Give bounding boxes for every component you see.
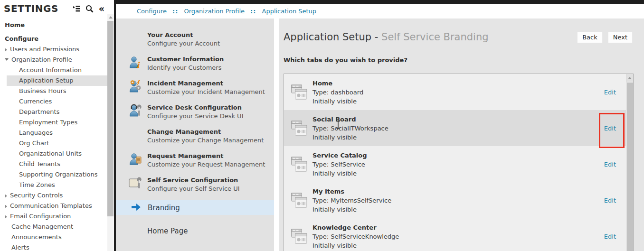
sidebar-item-languages[interactable]: Languages [0,128,108,138]
tabs-list-scrollbar[interactable] [626,74,633,251]
menu-item-change-management[interactable]: Change ManagementCustomize your Change M… [116,128,274,152]
sidebar-title: SETTINGS [4,3,58,14]
breadcrumb-separator: :: [172,8,178,15]
application-setup-page: SETTINGS « HomeConfigureUsers and Permis… [0,0,644,251]
expanded-arrow-icon[interactable] [5,58,9,61]
collapsed-arrow-icon[interactable] [5,48,7,52]
sidebar-item-account-information[interactable]: Account Information [0,65,108,75]
sidebar-item-time-zones[interactable]: Time Zones [0,180,108,190]
sidebar-item-label: Security Controls [10,192,63,199]
tab-windows-icon [290,192,309,209]
breadcrumb-link-application-setup[interactable]: Application Setup [262,8,317,15]
sidebar-item-label: Announcements [11,233,62,241]
tab-title: Knowledge Center [313,223,399,232]
svg-text:i: i [136,60,140,69]
tab-visibility: Initially visible [313,169,367,178]
collapsed-arrow-icon[interactable] [5,194,7,198]
menu-item-customer-information[interactable]: iCustomer InformationIdentify your Custo… [116,55,274,79]
tab-title: Social Board [313,115,388,124]
sidebar-item-supporting-organizations[interactable]: Supporting Organizations [0,169,108,180]
collapsed-arrow-icon[interactable] [5,205,7,208]
menu-item-your-account[interactable]: Your AccountConfigure your Account [116,31,274,55]
sidebar-item-home[interactable]: Home [0,19,114,30]
edit-link-knowledge-center[interactable]: Edit [604,233,616,240]
sidebar-item-label: Business Hours [19,87,66,94]
collapsed-arrow-icon[interactable] [5,215,7,219]
tab-rows: HomeType: dashboardInitially visibleEdit… [284,74,633,251]
sidebar-item-label: Configure [5,35,38,42]
sidebar-item-organization-profile[interactable]: Organization Profile [0,55,114,65]
sidebar-item-org-chart[interactable]: Org Chart [0,138,108,149]
sidebar-item-configure[interactable]: Configure [0,33,114,44]
collapse-sidebar-icon[interactable]: « [99,5,104,12]
setup-menu-items: Your AccountConfigure your AccountiCusto… [116,31,274,200]
edit-link-home[interactable]: Edit [604,89,616,96]
sidebar-item-label: Org Chart [19,139,49,147]
menu-item-branding[interactable]: Branding [116,200,274,215]
sidebar-item-label: Languages [19,129,53,136]
next-button[interactable]: Next [608,32,633,43]
tree-view-icon[interactable] [73,6,80,12]
sidebar-header-icons: « [73,5,104,13]
service-desk-configuration-icon [129,104,142,117]
sidebar-item-organizational-units[interactable]: Organizational Units [0,149,108,159]
sidebar-item-label: Email Configuration [10,213,71,220]
setup-menu-panel: Your AccountConfigure your AccountiCusto… [116,19,274,251]
sidebar-item-email-configuration[interactable]: Email Configuration [0,211,114,222]
sidebar-item-label: Time Zones [19,181,55,188]
menu-item-incident-management[interactable]: Incident ManagementCustomize your Incide… [116,79,274,103]
menu-item-home-page[interactable]: Home Page [147,227,274,235]
menu-item-subtitle: Customize your Change Management [147,136,274,145]
edit-link-my-items[interactable]: Edit [604,197,616,204]
breadcrumb-link-organization-profile[interactable]: Organization Profile [184,8,245,15]
customer-information-icon: i [129,56,142,69]
sidebar-item-alerts[interactable]: Alerts [0,242,114,251]
scroll-up-arrow-icon[interactable] [626,74,633,82]
settings-sidebar: SETTINGS « HomeConfigureUsers and Permis… [0,0,114,251]
menu-item-subtitle: Customize your Incident Management [147,88,274,96]
sidebar-item-currencies[interactable]: Currencies [0,96,108,107]
sidebar-item-label: Application Setup [19,77,74,84]
breadcrumb-link-configure[interactable]: Configure [137,8,167,15]
sidebar-item-employment-types[interactable]: Employment Types [0,117,108,128]
sidebar-item-business-hours[interactable]: Business Hours [0,86,108,96]
sidebar-item-communication-templates[interactable]: Communication Templates [0,201,114,211]
tab-windows-icon [290,156,309,173]
tabs-scrollbar-thumb[interactable] [627,83,633,251]
tab-row-service-catalog[interactable]: Service CatalogType: SelfServiceInitiall… [284,146,633,182]
sidebar-item-label: Organizational Units [19,150,82,157]
menu-item-self-service-configuration[interactable]: Self Service ConfigurationConfigure your… [116,176,274,200]
sidebar-item-announcements[interactable]: Announcements [0,232,114,242]
edit-link-service-catalog[interactable]: Edit [604,161,616,168]
sidebar-item-label: Account Information [19,66,82,74]
tab-type: Type: SocialITWorkspace [313,124,388,133]
sidebar-item-child-tenants[interactable]: Child Tenants [0,159,108,169]
tab-windows-icon [290,120,309,137]
request-management-icon [129,152,142,166]
sidebar-item-label: Cache Management [11,223,73,230]
sidebar-item-label: Supporting Organizations [19,171,98,178]
search-icon[interactable] [85,5,94,13]
sidebar-item-label: Child Tenants [19,160,60,167]
menu-item-title: Self Service Configuration [147,176,274,185]
sidebar-item-departments[interactable]: Departments [0,107,108,117]
menu-item-request-management[interactable]: Request ManagementCustomize your Request… [116,152,274,176]
tab-title: Service Catalog [313,151,367,160]
breadcrumb-separator: :: [250,8,256,15]
sidebar-item-label: Employment Types [19,119,77,126]
scroll-up-arrow-icon[interactable] [107,14,114,20]
sidebar-item-users-and-permissions[interactable]: Users and Permissions [0,44,114,55]
tab-row-home[interactable]: HomeType: dashboardInitially visibleEdit [284,74,633,110]
menu-item-service-desk-configuration[interactable]: Service Desk ConfigurationConfigure your… [116,103,274,128]
sidebar-item-cache-management[interactable]: Cache Management [0,222,114,232]
menu-item-subtitle: Identify your Customers [147,64,274,72]
tab-row-my-items[interactable]: My ItemsType: MyItemsSelfServiceInitiall… [284,182,633,218]
back-button[interactable]: Back [577,32,603,43]
tab-visibility: Initially visible [313,133,388,142]
sidebar-scrollbar-thumb[interactable] [107,21,114,216]
sidebar-item-application-setup[interactable]: Application Setup [7,75,108,86]
sidebar-item-label: Communication Templates [10,202,92,209]
sidebar-scrollbar[interactable] [107,14,114,251]
sidebar-item-security-controls[interactable]: Security Controls [0,190,114,201]
tab-row-knowledge-center[interactable]: Knowledge CenterType: SelfServiceKnowled… [284,218,633,251]
